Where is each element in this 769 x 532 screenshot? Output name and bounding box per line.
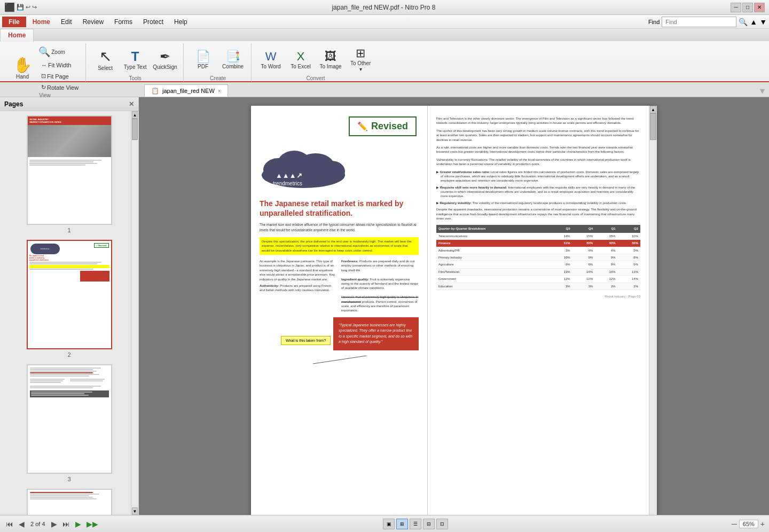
page-thumb-2[interactable]: ✓ Revised trendmetrics The Japanese reta… bbox=[4, 240, 134, 358]
home-menu[interactable]: Home bbox=[27, 17, 56, 27]
cell-q4-7: 3% bbox=[572, 283, 595, 290]
sidebar-scrollbar[interactable]: ▲ ▼ bbox=[131, 111, 138, 515]
to-image-label: To Image bbox=[320, 64, 342, 69]
logo-cloud-svg: ▲▲▲↗ trendmetrics bbox=[260, 146, 348, 189]
to-excel-button[interactable]: X To Excel bbox=[287, 43, 315, 75]
quick-access-save[interactable]: 💾 bbox=[17, 4, 24, 11]
cell-label-6: Government bbox=[436, 276, 550, 283]
forms-menu[interactable]: Forms bbox=[109, 17, 138, 27]
right-para-4: Vulnerability to currency fluctuations: … bbox=[436, 158, 640, 167]
quick-access-redo[interactable]: ↪ bbox=[32, 4, 37, 11]
maximize-button[interactable]: □ bbox=[742, 3, 753, 12]
to-word-button[interactable]: W To Word bbox=[257, 43, 285, 75]
quote-text: "Typical Japanese businesses are highly … bbox=[339, 323, 412, 344]
tab-home[interactable]: Home bbox=[0, 29, 34, 42]
to-image-button[interactable]: 🖼 To Image bbox=[317, 43, 344, 75]
combine-button[interactable]: 📑 Combine bbox=[219, 43, 247, 75]
zoom-out-button[interactable]: ─ bbox=[732, 520, 737, 528]
cover-btn[interactable]: ⊡ bbox=[436, 519, 448, 529]
callout-line-svg bbox=[313, 353, 420, 369]
highlight-text: Despite this specialization, the price d… bbox=[262, 240, 412, 252]
zoom-icon: 🔍 bbox=[38, 46, 50, 58]
pdf-button[interactable]: 📄 PDF bbox=[189, 43, 217, 75]
select-button[interactable]: ↖ Select bbox=[91, 43, 119, 75]
facing-btn[interactable]: ⊟ bbox=[423, 519, 435, 529]
page-thumb-1[interactable]: RETAIL INDUSTRYMARKET DYNAMICS IN JAPAN … bbox=[4, 115, 134, 233]
pdf-right-column: Film and Television is the other clearly… bbox=[428, 106, 649, 515]
quicksign-button[interactable]: ✒ QuickSign bbox=[151, 43, 179, 75]
play-all-button[interactable]: ▶▶ bbox=[85, 520, 100, 528]
page-image-2: ✓ Revised trendmetrics The Japanese reta… bbox=[27, 240, 112, 349]
review-menu[interactable]: Review bbox=[77, 17, 109, 27]
pdf-page-footer-right: Retail Industry - Page 03 bbox=[436, 294, 640, 299]
freshness-title: Freshness: bbox=[341, 260, 358, 263]
ingredient-title: Ingredient quality: bbox=[341, 278, 369, 281]
quick-access-undo[interactable]: ↩ bbox=[26, 4, 30, 11]
cell-q2-4: 9% bbox=[618, 261, 641, 268]
file-menu[interactable]: File bbox=[2, 17, 26, 27]
tab-dropdown[interactable]: ▾ bbox=[760, 85, 765, 97]
last-page-button[interactable]: ⏭ bbox=[61, 520, 72, 528]
doc-tab-close[interactable]: × bbox=[218, 88, 221, 94]
to-other-icon: ⊞ bbox=[356, 48, 365, 59]
nav-controls: ⏮ ◀ 2 of 4 ▶ ⏭ ▶ ▶▶ bbox=[4, 520, 100, 528]
ribbon: Home ✋ Hand 🔍 Zoom ↔ bbox=[0, 29, 769, 82]
cell-q4-0: 15% bbox=[572, 233, 595, 240]
single-page-btn[interactable]: ▣ bbox=[383, 519, 395, 529]
page-num-2: 2 bbox=[67, 351, 70, 358]
first-page-button[interactable]: ⏮ bbox=[4, 520, 15, 528]
close-button[interactable]: ✕ bbox=[754, 3, 765, 12]
combine-label: Combine bbox=[222, 64, 244, 69]
cell-q4-6: 12% bbox=[572, 276, 595, 283]
fit-width-button[interactable]: ↔ Fit Width bbox=[38, 60, 81, 70]
hand-button[interactable]: ✋ Hand bbox=[9, 52, 36, 84]
bullet-3-text: The volatility of the international regu… bbox=[473, 201, 627, 205]
type-text-button[interactable]: T Type Text bbox=[121, 43, 149, 75]
doc-area[interactable]: ✏️ Revised ▲▲▲↗ trendmetrics bbox=[139, 97, 769, 515]
para2-text: An example is the Japanese patisserie. T… bbox=[260, 259, 337, 281]
edit-menu[interactable]: Edit bbox=[56, 17, 77, 27]
prev-page-button[interactable]: ◀ bbox=[17, 520, 26, 528]
document-tab[interactable]: 📋 japan_file_red NEW × bbox=[144, 84, 228, 97]
page-thumb-4[interactable]: 4 bbox=[4, 489, 134, 515]
minimize-button[interactable]: ─ bbox=[731, 3, 741, 12]
page-thumb-3[interactable]: 3 bbox=[4, 364, 134, 482]
protect-menu[interactable]: Protect bbox=[138, 17, 169, 27]
search-icon[interactable]: 🔍 bbox=[739, 18, 748, 26]
ribbon-group-convert: W To Word X To Excel 🖼 To Image ⊞ To Oth… bbox=[253, 43, 379, 82]
page-num-1: 1 bbox=[67, 227, 70, 233]
search-next[interactable]: ▼ bbox=[759, 18, 767, 26]
pdf-scroll-up[interactable]: ▲ bbox=[650, 106, 656, 113]
two-page-btn[interactable]: ⊞ bbox=[396, 519, 408, 529]
pdf-scroll-thumb[interactable] bbox=[650, 113, 656, 140]
next-page-button[interactable]: ▶ bbox=[50, 520, 59, 528]
convert-buttons: W To Word X To Excel 🖼 To Image ⊞ To Oth… bbox=[257, 43, 374, 75]
sidebar-scroll-up[interactable]: ▲ bbox=[132, 111, 138, 119]
cell-label-1: Finance bbox=[436, 240, 550, 247]
right-para-5: Despite the apparent drawbacks, internat… bbox=[436, 207, 640, 221]
thumb-1-header: RETAIL INDUSTRYMARKET DYNAMICS IN JAPAN bbox=[28, 116, 111, 125]
view-buttons: ✋ Hand 🔍 Zoom ↔ Fit Width bbox=[9, 43, 81, 92]
help-menu[interactable]: Help bbox=[169, 17, 193, 27]
sidebar-close-button[interactable]: ✕ bbox=[129, 100, 134, 108]
cell-q2-0: 10% bbox=[618, 233, 641, 240]
fit-page-button[interactable]: ⊡ Fit Page bbox=[38, 71, 81, 81]
rotate-view-button[interactable]: ↻ Rotate View bbox=[38, 82, 81, 92]
zoom-input[interactable] bbox=[739, 520, 758, 528]
play-button[interactable]: ▶ bbox=[74, 520, 83, 528]
zoom-button[interactable]: 🔍 Zoom bbox=[38, 43, 65, 59]
pdf-scrollbar[interactable]: ▲ ▼ bbox=[649, 106, 657, 515]
sidebar-title: Pages bbox=[4, 100, 23, 108]
bullet-2: ▶ Requisite skill sets more heavily in d… bbox=[436, 185, 640, 199]
sidebar-thumb[interactable] bbox=[132, 119, 138, 140]
cell-q3-2: 3% bbox=[550, 247, 572, 254]
scroll-btn[interactable]: ☰ bbox=[410, 519, 421, 529]
cell-q3-4: 9% bbox=[550, 261, 572, 268]
to-other-button[interactable]: ⊞ To Other ▾ bbox=[347, 43, 374, 75]
cell-q1-7: 3% bbox=[595, 283, 617, 290]
search-prev[interactable]: ▲ bbox=[750, 18, 757, 26]
search-input[interactable] bbox=[662, 17, 736, 27]
zoom-in-button[interactable]: + bbox=[760, 520, 765, 528]
sidebar-scroll-down[interactable]: ▼ bbox=[132, 507, 138, 515]
fit-width-icon: ↔ bbox=[41, 62, 47, 68]
